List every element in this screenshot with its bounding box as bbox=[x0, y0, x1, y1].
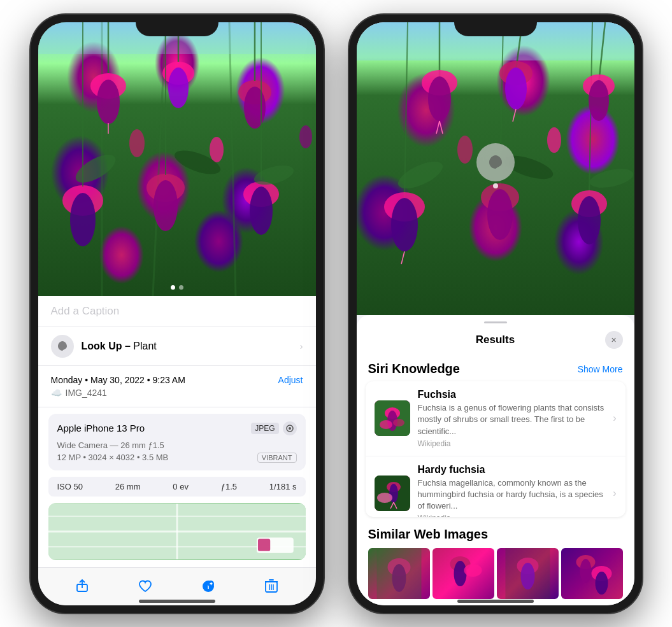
hardy-chevron-icon: › bbox=[613, 488, 616, 499]
svg-line-2 bbox=[229, 22, 236, 296]
svg-point-65 bbox=[547, 127, 561, 153]
fuchsia-info: Fuchsia Fuchsia is a genus of flowering … bbox=[418, 389, 606, 448]
lookup-label: Look Up – Plant bbox=[82, 341, 157, 352]
location-icon bbox=[283, 421, 297, 435]
svg-point-63 bbox=[589, 80, 609, 121]
svg-rect-38 bbox=[257, 539, 269, 551]
exif-f: ƒ1.5 bbox=[221, 482, 237, 491]
svg-point-95 bbox=[464, 564, 482, 577]
lookup-chevron-icon: › bbox=[300, 341, 303, 351]
page-dot-2 bbox=[179, 285, 183, 290]
svg-point-87 bbox=[377, 493, 392, 503]
page-dot-1 bbox=[171, 285, 175, 290]
similar-image-4[interactable] bbox=[561, 548, 623, 599]
date-text: Monday • May 30, 2022 • 9:23 AM bbox=[51, 375, 185, 385]
svg-point-11 bbox=[70, 193, 96, 246]
svg-line-77 bbox=[513, 109, 516, 122]
similar-image-3[interactable] bbox=[497, 548, 559, 599]
exif-mm: 26 mm bbox=[115, 482, 141, 491]
svg-point-74 bbox=[588, 166, 634, 191]
knowledge-item-fuchsia[interactable]: Fuchsia Fuchsia is a genus of flowering … bbox=[366, 381, 626, 456]
svg-point-17 bbox=[210, 137, 224, 162]
fuchsia-chevron-icon: › bbox=[613, 412, 616, 424]
jpeg-badge: JPEG bbox=[251, 423, 278, 434]
flower-photo-right[interactable] bbox=[357, 22, 634, 315]
knowledge-item-hardy[interactable]: Hardy fuchsia Fuchsia magellanica, commo… bbox=[366, 456, 626, 517]
siri-section-title: Siri Knowledge bbox=[368, 362, 460, 376]
flower-photo-left[interactable] bbox=[38, 22, 316, 296]
camera-info-card: Apple iPhone 13 Pro JPEG Wide Camera — 2… bbox=[48, 414, 306, 470]
left-phone: Add a Caption Look Up – Plant › Monday • bbox=[31, 15, 324, 613]
info-button[interactable]: i ✦ bbox=[196, 574, 221, 599]
fuchsia-name: Fuchsia bbox=[418, 389, 606, 400]
siri-knowledge-header: Siri Knowledge Show More bbox=[357, 355, 634, 381]
fuchsia-desc: Fuchsia is a genus of flowering plants t… bbox=[418, 402, 606, 437]
svg-point-30 bbox=[289, 427, 291, 430]
hardy-thumbnail bbox=[375, 476, 410, 511]
svg-point-94 bbox=[454, 561, 466, 586]
results-header: Results × bbox=[357, 323, 634, 355]
adjust-button[interactable]: Adjust bbox=[278, 375, 303, 385]
caption-placeholder[interactable]: Add a Caption bbox=[51, 305, 120, 317]
svg-line-76 bbox=[440, 121, 443, 134]
svg-point-13 bbox=[154, 180, 178, 231]
svg-point-83 bbox=[393, 419, 404, 426]
exif-iso: ISO 50 bbox=[57, 482, 83, 491]
visual-lookup-button[interactable] bbox=[476, 143, 515, 181]
fuchsia-source: Wikipedia bbox=[418, 439, 606, 448]
similar-image-2[interactable] bbox=[433, 548, 494, 599]
home-indicator-left bbox=[139, 600, 215, 603]
results-title: Results bbox=[386, 334, 605, 346]
svg-point-19 bbox=[71, 149, 120, 188]
svg-point-18 bbox=[299, 125, 312, 148]
svg-point-9 bbox=[244, 87, 266, 129]
svg-rect-98 bbox=[505, 548, 550, 599]
svg-point-72 bbox=[394, 156, 447, 194]
svg-point-67 bbox=[391, 198, 418, 251]
hardy-name: Hardy fuchsia bbox=[418, 464, 606, 476]
leaf-lookup-icon bbox=[486, 153, 505, 172]
map-area[interactable] bbox=[48, 503, 306, 560]
svg-point-61 bbox=[505, 67, 527, 109]
knowledge-card: Fuchsia Fuchsia is a genus of flowering … bbox=[366, 381, 626, 516]
svg-point-82 bbox=[380, 420, 392, 429]
filename-row: ☁️ IMG_4241 bbox=[51, 388, 303, 398]
results-sheet: Results × Siri Knowledge Show More bbox=[357, 315, 634, 605]
cloud-icon: ☁️ bbox=[51, 388, 62, 398]
camera-wide: Wide Camera — 26 mm ƒ1.5 bbox=[57, 440, 297, 450]
svg-point-100 bbox=[580, 559, 591, 583]
lookup-row[interactable]: Look Up – Plant › bbox=[38, 327, 316, 366]
fuchsia-thumbnail bbox=[375, 400, 410, 436]
hardy-source: Wikipedia bbox=[418, 514, 606, 516]
caption-area[interactable]: Add a Caption bbox=[38, 296, 316, 327]
svg-point-69 bbox=[487, 189, 513, 240]
svg-point-7 bbox=[168, 67, 189, 108]
svg-point-64 bbox=[457, 136, 473, 164]
lookup-dot bbox=[493, 183, 498, 188]
svg-point-16 bbox=[129, 129, 145, 157]
similar-images-grid bbox=[368, 548, 623, 599]
share-button[interactable] bbox=[69, 574, 95, 599]
svg-text:✦: ✦ bbox=[209, 581, 213, 587]
favorite-button[interactable] bbox=[132, 574, 158, 599]
filename: IMG_4241 bbox=[66, 388, 107, 398]
similar-section: Similar Web Images bbox=[357, 522, 634, 605]
show-more-button[interactable]: Show More bbox=[578, 364, 623, 374]
close-button[interactable]: × bbox=[605, 331, 623, 349]
meta-row: Monday • May 30, 2022 • 9:23 AM Adjust ☁… bbox=[38, 366, 316, 407]
exif-shutter: 1/181 s bbox=[269, 482, 297, 491]
phone-notch-left bbox=[136, 15, 218, 36]
left-screen: Add a Caption Look Up – Plant › Monday • bbox=[38, 22, 316, 605]
exif-ev: 0 ev bbox=[173, 482, 189, 491]
leaf-icon bbox=[56, 340, 69, 353]
home-indicator-right bbox=[457, 600, 534, 603]
map-svg bbox=[48, 503, 306, 560]
svg-line-75 bbox=[436, 121, 440, 134]
similar-image-1[interactable] bbox=[368, 548, 430, 599]
lookup-icon bbox=[51, 335, 74, 358]
page-dots bbox=[171, 285, 183, 290]
svg-point-4 bbox=[97, 80, 120, 124]
delete-button[interactable] bbox=[259, 574, 284, 599]
phone-notch-right bbox=[454, 15, 537, 36]
similar-title: Similar Web Images bbox=[368, 527, 623, 542]
